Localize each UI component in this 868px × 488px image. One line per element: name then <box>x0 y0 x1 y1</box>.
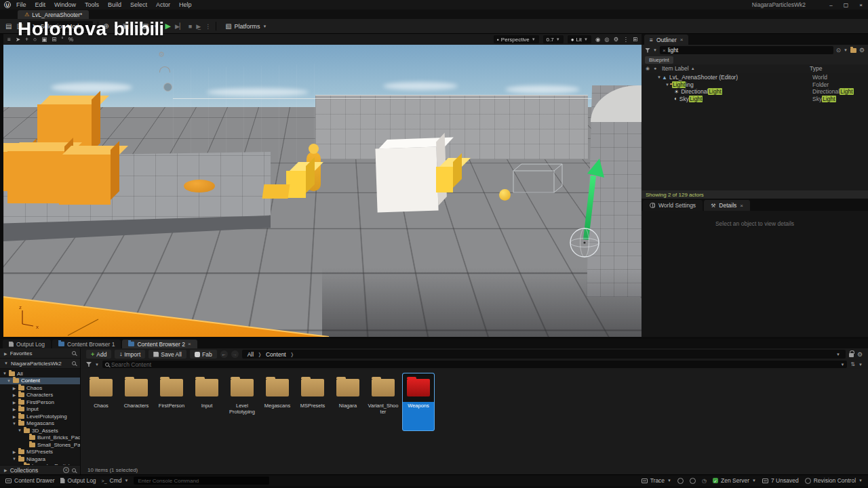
launch-button[interactable]: ▶̲ <box>196 23 201 30</box>
save-all-button[interactable]: Save All <box>149 350 186 359</box>
filter-icon[interactable] <box>86 362 92 367</box>
folder-tile-characters[interactable]: Characters <box>120 373 153 410</box>
tree-item-burnt-bricks[interactable]: Burnt_Bricks_Pack_uleu <box>0 434 80 442</box>
play-button[interactable]: ▶ <box>165 22 170 30</box>
output-log-button[interactable]: Output Log <box>60 477 96 484</box>
tree-item-content[interactable]: ▼Content <box>0 378 80 385</box>
fab-button[interactable]: Fab <box>190 350 217 359</box>
add-collection-icon[interactable]: + <box>63 467 69 473</box>
tree-item-firstperson[interactable]: ▶FirstPerson <box>0 399 80 406</box>
tree-item-3d-assets[interactable]: ▼3D_Assets <box>0 427 80 434</box>
viewmode-options-icon[interactable]: ◎ <box>604 36 609 43</box>
tree-item-characters[interactable]: ▶Characters <box>0 392 80 399</box>
outliner-row-directional-light[interactable]: ☀ DirectionalLight DirectionalLight <box>642 88 868 96</box>
outliner-row-level[interactable]: ▼▲ LvL_ArenaShooter (Editor) World <box>642 74 868 81</box>
rotation-snap-icon[interactable]: ° <box>61 36 63 43</box>
stop-button[interactable]: ■ <box>189 23 192 30</box>
outliner-search-box[interactable]: × <box>660 46 833 54</box>
breadcrumb-content[interactable]: Content <box>266 351 286 358</box>
folder-tile-level-prototyping[interactable]: Level Prototyping <box>226 373 258 415</box>
forward-button[interactable]: → <box>231 350 239 358</box>
outliner-row-sky-light[interactable]: ◐ SkyLight SkyLight <box>642 96 868 103</box>
search-icon[interactable] <box>72 468 76 472</box>
search-options-icon[interactable]: ▼ <box>840 363 844 367</box>
sphere-actor-gizmo[interactable] <box>570 228 599 257</box>
visibility-column-icon[interactable]: ◉ <box>646 66 650 71</box>
content-search-box[interactable]: ▼ <box>102 361 847 368</box>
content-settings-icon[interactable]: ⚙ <box>857 351 863 358</box>
show-flags-icon[interactable]: ◉ <box>595 36 600 43</box>
menu-edit[interactable]: Edit <box>35 1 46 8</box>
filter-icon[interactable] <box>645 48 650 53</box>
project-section[interactable]: ▼NiagaraParticlesWk2 <box>0 359 80 369</box>
blueprint-filter-chip[interactable]: Blueprint <box>645 56 673 64</box>
add-button[interactable]: +Add <box>86 350 111 359</box>
level-viewport[interactable]: ≡ ➤ + ○ ▣ ⊞ ° % ▪ Perspective▼ 0.7▼ <box>3 34 642 337</box>
tab-content-browser-2[interactable]: Content Browser 2 × <box>122 340 197 348</box>
world-settings-tab[interactable]: World Settings <box>643 200 703 211</box>
zen-server-dropdown[interactable]: ✓ Zen Server▼ <box>713 477 756 484</box>
console-command-input[interactable] <box>134 476 269 485</box>
details-tab[interactable]: ⚒ Details × <box>704 200 750 211</box>
lock-icon[interactable] <box>849 353 854 357</box>
wireframe-box[interactable] <box>513 164 562 192</box>
open-level-icon[interactable]: ▥ <box>16 22 22 30</box>
maximize-viewport-icon[interactable]: ⊞ <box>633 36 637 43</box>
tree-item-small-stones[interactable]: Small_Stones_Pack_ukv <box>0 441 80 449</box>
revision-control-dropdown[interactable]: Revision Control▼ <box>805 477 863 484</box>
folder-tile-variant-shooter[interactable]: Variant_Shooter <box>367 373 399 415</box>
skip-button[interactable]: ▶▏ <box>175 23 184 30</box>
clear-search-icon[interactable]: × <box>663 47 666 54</box>
search-icon[interactable] <box>72 361 76 365</box>
folder-tile-weapons-selected[interactable]: Weapons <box>402 373 435 431</box>
breadcrumb[interactable]: All ❭ Content ❭ ▼ <box>242 350 846 359</box>
type-column[interactable]: Type <box>810 65 864 72</box>
close-button[interactable]: × <box>859 2 863 8</box>
tree-item-all[interactable]: ▼All <box>0 370 80 378</box>
folder-tile-megascans[interactable]: Megascans <box>261 373 294 410</box>
viewport-menu-icon[interactable]: ≡ <box>7 36 11 43</box>
camera-speed-icon[interactable]: % <box>68 36 74 43</box>
menu-file[interactable]: File <box>16 1 26 8</box>
hourglass-icon[interactable]: ◷ <box>702 478 707 484</box>
trace-dropdown[interactable]: Trace▼ <box>642 477 671 484</box>
folder-tile-mspresets[interactable]: MSPresets <box>296 373 329 410</box>
tree-item-levelprototyping[interactable]: ▶LevelPrototyping <box>0 413 80 420</box>
menu-tools[interactable]: Tools <box>85 1 99 8</box>
unsaved-button[interactable]: 7 Unsaved <box>762 477 799 484</box>
platforms-dropdown[interactable]: ▧ Platforms▼ <box>221 21 271 32</box>
menu-window[interactable]: Window <box>54 1 76 8</box>
close-icon[interactable]: × <box>740 203 743 209</box>
play-options-icon[interactable]: ⋮ <box>205 23 211 30</box>
tab-output-log[interactable]: Output Log <box>3 340 51 348</box>
back-button[interactable]: ← <box>220 350 228 358</box>
folder-tile-niagara[interactable]: Niagara <box>332 373 364 410</box>
menu-help[interactable]: Help <box>179 1 192 8</box>
cmd-dropdown[interactable]: >_ Cmd▼ <box>102 477 129 484</box>
select-tool-icon[interactable]: ➤ <box>16 36 20 43</box>
viewport-settings-icon[interactable]: ⚙ <box>614 36 619 43</box>
perspective-dropdown[interactable]: ▪ Perspective▼ <box>494 35 539 43</box>
close-icon[interactable]: × <box>188 341 191 347</box>
search-icon[interactable] <box>72 351 76 355</box>
menu-actor[interactable]: Actor <box>156 1 170 8</box>
folder-tile-firstperson[interactable]: FirstPerson <box>155 373 188 410</box>
menu-select[interactable]: Select <box>130 1 147 8</box>
tree-item-niagara[interactable]: ▼Niagara <box>0 455 80 463</box>
view-options-icon[interactable]: ⇅ <box>850 361 855 367</box>
unreal-logo-icon[interactable]: U <box>4 1 11 8</box>
target-icon[interactable]: ⊙ <box>836 47 841 54</box>
tree-item-megascans[interactable]: ▼Megascans <box>0 420 80 428</box>
import-button[interactable]: ⭣Import <box>115 350 145 359</box>
tab-content-browser-1[interactable]: Content Browser 1 <box>52 340 121 348</box>
maximize-button[interactable]: ▢ <box>844 2 849 8</box>
pin-column-icon[interactable]: ● <box>654 66 656 71</box>
breadcrumb-all[interactable]: All <box>248 351 254 358</box>
move-tool-icon[interactable]: + <box>25 36 28 43</box>
blueprints-icon[interactable]: ▣ <box>123 22 129 30</box>
tree-item-mspresets[interactable]: ▶MSPresets <box>0 449 80 456</box>
view-mode-dropdown[interactable]: ● Lit▼ <box>568 35 591 43</box>
content-search-input[interactable] <box>111 361 838 368</box>
collections-section[interactable]: ▶ Collections + <box>0 465 80 474</box>
quick-add-icon[interactable]: ⊕ <box>103 22 108 30</box>
